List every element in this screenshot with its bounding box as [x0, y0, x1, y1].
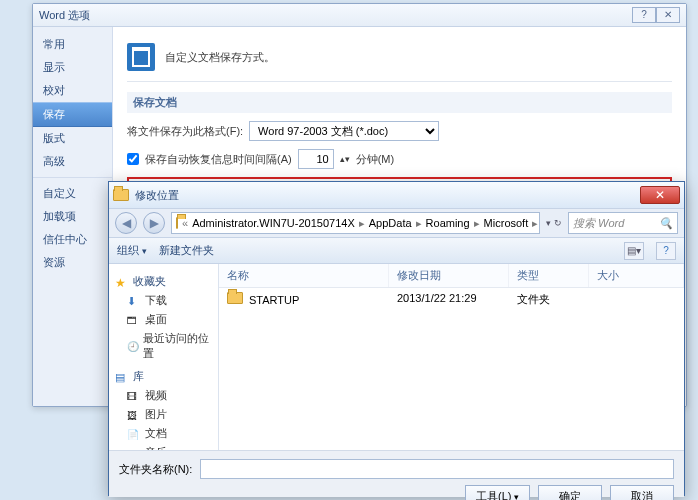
tree-documents[interactable]: 文档 — [109, 424, 218, 443]
stepper-icon[interactable]: ▴▾ — [340, 154, 350, 164]
cancel-button[interactable]: 取消 — [610, 485, 674, 500]
main-heading: 自定义文档保存方式。 — [165, 50, 275, 65]
folder-icon — [176, 217, 178, 229]
tree-music[interactable]: 音乐 — [109, 443, 218, 450]
sidebar-item-advanced[interactable]: 高级 — [33, 150, 112, 173]
dialog-toolbar: 组织 新建文件夹 ▤▾ ? — [109, 238, 684, 264]
tree-recent[interactable]: 最近访问的位置 — [109, 329, 218, 363]
crumb-user[interactable]: Administrator.WIN7U-20150714X — [192, 217, 355, 229]
search-placeholder: 搜索 Word — [573, 216, 624, 231]
sidebar-item-trust[interactable]: 信任中心 — [33, 228, 112, 251]
nav-back-button[interactable]: ◀ — [115, 212, 137, 234]
item-size — [589, 292, 684, 307]
list-item[interactable]: STARTUP 2013/1/22 21:29 文件夹 — [219, 288, 684, 311]
crumb-appdata[interactable]: AppData — [369, 217, 412, 229]
col-name[interactable]: 名称 — [219, 264, 389, 287]
folder-icon — [227, 292, 243, 304]
nav-forward-button[interactable]: ◀ — [143, 212, 165, 234]
search-icon: 🔍 — [659, 217, 673, 230]
section-save-docs: 保存文档 — [127, 92, 672, 113]
foldername-row: 文件夹名称(N): — [119, 459, 674, 479]
dialog-title: 修改位置 — [135, 188, 179, 203]
save-icon — [127, 43, 155, 71]
dialog-title-bar: 修改位置 ✕ — [109, 182, 684, 208]
file-list: 名称 修改日期 类型 大小 STARTUP 2013/1/22 21:29 文件… — [219, 264, 684, 450]
main-heading-row: 自定义文档保存方式。 — [127, 37, 672, 82]
address-bar-row: ◀ ◀ « Administrator.WIN7U-20150714X▸ App… — [109, 208, 684, 238]
dialog-bottom: 文件夹名称(N): 工具(L) 确定 取消 — [109, 450, 684, 497]
search-input[interactable]: 搜索 Word 🔍 — [568, 212, 678, 234]
tree-desktop[interactable]: 桌面 — [109, 310, 218, 329]
column-headers: 名称 修改日期 类型 大小 — [219, 264, 684, 288]
folder-icon — [113, 189, 129, 201]
format-select[interactable]: Word 97-2003 文档 (*.doc) — [249, 121, 439, 141]
row-autosave: 保存自动恢复信息时间间隔(A) ▴▾ 分钟(M) — [127, 149, 672, 169]
foldername-input[interactable] — [200, 459, 674, 479]
sidebar-item-resources[interactable]: 资源 — [33, 251, 112, 274]
col-date[interactable]: 修改日期 — [389, 264, 509, 287]
item-date: 2013/1/22 21:29 — [389, 292, 509, 307]
help-button[interactable]: ? — [632, 7, 656, 23]
item-type: 文件夹 — [509, 292, 589, 307]
tree-libraries[interactable]: 库 — [109, 367, 218, 386]
refresh-icon[interactable]: ▾ ↻ — [546, 218, 562, 228]
crumb-roaming[interactable]: Roaming — [426, 217, 470, 229]
autosave-minutes-input[interactable] — [298, 149, 334, 169]
sidebar-item-proof[interactable]: 校对 — [33, 79, 112, 102]
word-title-text: Word 选项 — [39, 4, 90, 26]
sidebar-item-customize[interactable]: 自定义 — [33, 182, 112, 205]
breadcrumb-bar[interactable]: « Administrator.WIN7U-20150714X▸ AppData… — [171, 212, 540, 234]
sidebar-item-display[interactable]: 显示 — [33, 56, 112, 79]
options-sidebar: 常用 显示 校对 保存 版式 高级 自定义 加载项 信任中心 资源 — [33, 27, 113, 406]
close-button[interactable]: ✕ — [656, 7, 680, 23]
sidebar-item-addins[interactable]: 加载项 — [33, 205, 112, 228]
word-title-bar: Word 选项 ? ✕ — [33, 4, 686, 26]
sidebar-item-layout[interactable]: 版式 — [33, 127, 112, 150]
item-name: STARTUP — [249, 294, 299, 306]
view-mode-button[interactable]: ▤▾ — [624, 242, 644, 260]
organize-menu[interactable]: 组织 — [117, 243, 147, 258]
dialog-close-button[interactable]: ✕ — [640, 186, 680, 204]
col-size[interactable]: 大小 — [589, 264, 684, 287]
dialog-buttons: 工具(L) 确定 取消 — [119, 485, 674, 500]
tools-menu-button[interactable]: 工具(L) — [465, 485, 530, 500]
sidebar-divider — [33, 177, 112, 178]
autosave-unit: 分钟(M) — [356, 152, 395, 167]
ok-button[interactable]: 确定 — [538, 485, 602, 500]
tree-favorites[interactable]: ★收藏夹 — [109, 272, 218, 291]
col-type[interactable]: 类型 — [509, 264, 589, 287]
tree-pictures[interactable]: 图片 — [109, 405, 218, 424]
sidebar-item-common[interactable]: 常用 — [33, 33, 112, 56]
format-label: 将文件保存为此格式(F): — [127, 124, 243, 139]
help-icon[interactable]: ? — [656, 242, 676, 260]
file-browse-dialog: 修改位置 ✕ ◀ ◀ « Administrator.WIN7U-2015071… — [108, 181, 685, 496]
newfolder-button[interactable]: 新建文件夹 — [159, 243, 214, 258]
crumb-microsoft[interactable]: Microsoft — [484, 217, 529, 229]
tree-videos[interactable]: 视频 — [109, 386, 218, 405]
tree-downloads[interactable]: 下载 — [109, 291, 218, 310]
sidebar-item-save[interactable]: 保存 — [33, 102, 112, 127]
row-save-format: 将文件保存为此格式(F): Word 97-2003 文档 (*.doc) — [127, 121, 672, 141]
foldername-label: 文件夹名称(N): — [119, 462, 192, 477]
dialog-body: ★收藏夹 下载 桌面 最近访问的位置 库 视频 图片 文档 音乐 计算机 Win… — [109, 264, 684, 450]
autosave-label: 保存自动恢复信息时间间隔(A) — [145, 152, 292, 167]
window-controls: ? ✕ — [632, 7, 680, 23]
folder-tree: ★收藏夹 下载 桌面 最近访问的位置 库 视频 图片 文档 音乐 计算机 Win… — [109, 264, 219, 450]
autosave-checkbox[interactable] — [127, 153, 139, 165]
